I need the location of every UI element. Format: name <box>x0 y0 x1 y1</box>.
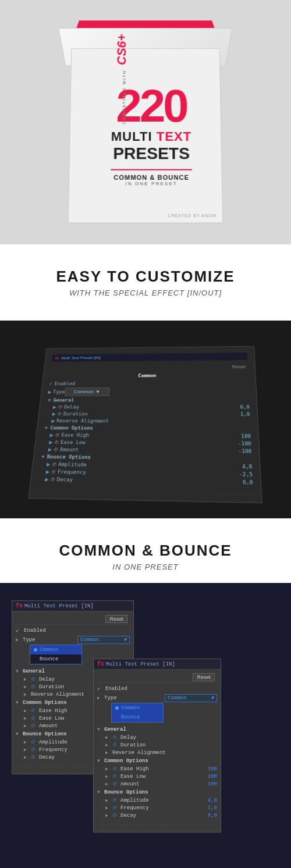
cb-title: COMMON & BOUNCE <box>12 542 279 560</box>
ae-enabled-row-2: ✓ Enabled <box>97 685 217 693</box>
ae-type-label-2: Type <box>104 695 162 701</box>
ae-type-row-2: ▶ Type Common ▼ <box>97 693 217 703</box>
ae-common-options-label-2: Common Options <box>104 757 148 764</box>
ae-bounce-label-1: Bounce <box>40 656 58 662</box>
ae-reverse-label-2: Reverse Alignment <box>112 750 217 756</box>
3d-panel-title: Multi Text Preset [IN] <box>61 355 101 360</box>
ae-reset-btn-2[interactable]: Reset <box>193 673 215 681</box>
3d-panel-section: fx Multi Text Preset [IN] Reset Common ✓… <box>0 321 291 518</box>
ae-watermark-2: Multi Text Preset © anom <box>97 819 217 830</box>
ae-duration-label-2: Duration <box>120 742 217 748</box>
customize-section: EASY TO CUSTOMIZE WITH THE SPECIAL EFFEC… <box>0 244 291 309</box>
product-box: COMPATIBLE WITH CS6+ 220 MULTI TEXT PRES… <box>62 26 229 223</box>
fx-badge-1: fx <box>16 603 23 609</box>
ae-decay-row-2: ▶ ⏱ Decay 8,0 <box>97 812 217 819</box>
ae-ease-high-label-2: Ease High <box>120 766 205 772</box>
ae-bounce-label-2: Bounce <box>121 714 140 720</box>
ae-dropdown-bounce-2[interactable]: Bounce <box>112 713 163 722</box>
ae-frequency-value-2: 1,0 <box>208 805 217 811</box>
ae-enabled-label-1: Enabled <box>24 628 130 634</box>
cs6-label: CS6+ <box>114 34 129 65</box>
ae-bullet-common-1 <box>34 648 37 652</box>
ae-dropdown-common-2[interactable]: Common <box>112 703 163 713</box>
ae-bullet-common-2 <box>115 706 119 710</box>
product-box-section: COMPATIBLE WITH CS6+ 220 MULTI TEXT PRES… <box>0 0 291 244</box>
ae-dropdown-list-2: Common Bounce <box>111 703 164 723</box>
ae-dropdown-common-1[interactable]: Common <box>30 645 81 654</box>
ae-common-label-2: Common <box>121 705 140 711</box>
3d-panel: fx Multi Text Preset [IN] Reset Common ✓… <box>29 346 262 503</box>
product-created-by: CREATED BY ANOM <box>168 214 217 218</box>
panel-watermark: Multi Text Preset © anom <box>205 491 255 496</box>
ae-general-label-2: General <box>104 726 126 733</box>
ae-enabled-label-2: Enabled <box>105 686 217 692</box>
customize-subtitle: WITH THE SPECIAL EFFECT [IN/OUT] <box>12 289 279 297</box>
ae-panel-2-header: fx Multi Text Preset [IN] <box>94 659 221 670</box>
ae-reverse-row-2: ▶ Reverse Alignment <box>97 749 217 756</box>
ae-ease-low-row-2: ▶ ⏱ Ease Low 100 <box>97 773 217 780</box>
ae-decay-label-2: Decay <box>120 813 205 819</box>
ae-amount-value-2: 100 <box>208 781 217 787</box>
customize-title: EASY TO CUSTOMIZE <box>12 268 279 286</box>
ae-general-row-2: ▼ General <box>97 725 217 734</box>
ae-amount-label-2: Amount <box>120 781 205 787</box>
ae-frequency-label-2: Frequency <box>120 805 205 811</box>
ae-type-arrow-2: ▶ <box>97 695 102 700</box>
ae-reset-row-2: Reset <box>97 672 217 683</box>
panel-group-2: fx Multi Text Preset [IN] Reset ✓ Enable… <box>93 659 221 833</box>
ae-bullet-bounce-2 <box>115 716 119 719</box>
ae-dropdown-bounce-1[interactable]: Bounce <box>30 654 81 664</box>
ae-type-label-1: Type <box>23 637 75 643</box>
3d-panel-title-bar: fx Multi Text Preset [IN] <box>52 353 248 362</box>
ae-decay-value-2: 8,0 <box>208 813 217 819</box>
ae-ease-low-label-2: Ease Low <box>120 774 205 780</box>
ae-bounce-options-label-2: Bounce Options <box>104 789 148 796</box>
ui-panels-section: fx Multi Text Preset [IN] Reset ✓ Enable… <box>0 583 291 868</box>
ae-delay-row-2: ▶ ⏱ Delay <box>97 734 217 741</box>
ae-bounce-options-label-1: Bounce Options <box>23 731 67 738</box>
ae-ease-high-value-2: 100 <box>208 766 217 772</box>
ae-panel-2: fx Multi Text Preset [IN] Reset ✓ Enable… <box>93 659 221 833</box>
box-body: COMPATIBLE WITH CS6+ 220 MULTI TEXT PRES… <box>68 48 223 223</box>
ae-type-row-1: ▶ Type Common ▼ <box>16 635 130 645</box>
ae-frequency-row-2: ▶ ⏱ Frequency 1,0 <box>97 804 217 812</box>
ae-panel-1-title: Multi Text Preset [IN] <box>24 603 94 609</box>
ae-bounce-options-row-2: ▼ Bounce Options <box>97 788 217 796</box>
ae-general-label-1: General <box>23 668 45 675</box>
ae-panel-2-body: Reset ✓ Enabled ▶ Type Common ▼ <box>94 670 221 832</box>
ae-amount-row-2: ▶ ⏱ Amount 100 <box>97 780 217 788</box>
ae-amplitude-row-2: ▶ ⏱ Amplitude 4,0 <box>97 796 217 804</box>
ae-amplitude-value-2: 4,0 <box>208 798 217 803</box>
ae-dropdown-list-1: Common Bounce <box>30 645 82 664</box>
ae-type-dropdown-1[interactable]: Common ▼ <box>77 636 130 644</box>
ae-type-arrow-1: ▶ <box>16 637 20 642</box>
ae-ease-low-value-2: 100 <box>208 774 217 780</box>
ae-common-options-row-2: ▼ Common Options <box>97 756 217 765</box>
ae-panel-1-header: fx Multi Text Preset [IN] <box>12 601 133 611</box>
fx-badge-2: fx <box>97 661 104 667</box>
ae-common-options-label-1: Common Options <box>23 699 67 706</box>
product-in-one-preset: IN ONE PRESET <box>111 181 192 186</box>
ae-duration-row-2: ▶ ⏱ Duration <box>97 741 217 749</box>
ae-bullet-bounce-1 <box>34 657 37 661</box>
ae-amplitude-label-2: Amplitude <box>120 798 205 803</box>
ae-reset-btn-1[interactable]: Reset <box>105 615 127 623</box>
product-common-bounce: COMMON & BOUNCE <box>111 173 192 180</box>
cb-subtitle: IN ONE PRESET <box>12 563 279 571</box>
ae-panel-2-title: Multi Text Preset [IN] <box>106 661 175 667</box>
ae-reset-row-1: Reset <box>16 614 130 625</box>
product-multi-text: MULTI TEXT <box>111 129 192 144</box>
ae-check-2: ✓ <box>97 686 103 692</box>
ae-enabled-row-1: ✓ Enabled <box>16 627 130 635</box>
product-presets: PRESETS <box>111 144 191 163</box>
ae-check-1: ✓ <box>16 628 22 634</box>
ae-type-dropdown-2[interactable]: Common ▼ <box>165 694 217 702</box>
compatible-label: COMPATIBLE WITH <box>122 70 126 124</box>
ae-ease-high-row-2: ▶ ⏱ Ease High 100 <box>97 765 217 773</box>
common-bounce-section: COMMON & BOUNCE IN ONE PRESET <box>0 518 291 583</box>
ae-delay-label-2: Delay <box>120 735 217 741</box>
ae-common-label-1: Common <box>40 647 58 653</box>
